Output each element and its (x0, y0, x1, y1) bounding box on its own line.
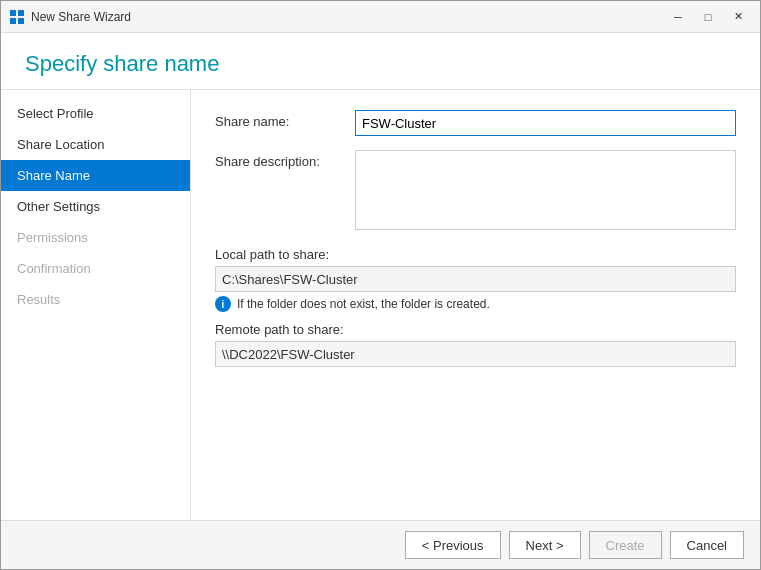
sidebar-item-share-name[interactable]: Share Name (1, 160, 190, 191)
local-path-label: Local path to share: (215, 247, 736, 262)
minimize-button[interactable]: ─ (664, 6, 692, 28)
create-button[interactable]: Create (589, 531, 662, 559)
remote-path-value: \\DC2022\FSW-Cluster (215, 341, 736, 367)
share-name-control (355, 110, 736, 136)
sidebar-label-share-location: Share Location (17, 137, 104, 152)
page-title: Specify share name (25, 51, 736, 77)
sidebar-label-permissions: Permissions (17, 230, 88, 245)
share-name-input[interactable] (355, 110, 736, 136)
svg-rect-2 (10, 18, 16, 24)
form-area: Share name: Share description: Local pat… (191, 90, 760, 520)
sidebar: Select Profile Share Location Share Name… (1, 90, 191, 520)
sidebar-label-share-name: Share Name (17, 168, 90, 183)
close-button[interactable]: ✕ (724, 6, 752, 28)
sidebar-label-select-profile: Select Profile (17, 106, 94, 121)
sidebar-item-permissions: Permissions (1, 222, 190, 253)
sidebar-label-confirmation: Confirmation (17, 261, 91, 276)
svg-rect-0 (10, 10, 16, 16)
info-icon: i (215, 296, 231, 312)
sidebar-item-share-location[interactable]: Share Location (1, 129, 190, 160)
app-icon (9, 9, 25, 25)
sidebar-label-results: Results (17, 292, 60, 307)
svg-rect-3 (18, 18, 24, 24)
share-description-label: Share description: (215, 150, 355, 169)
footer: < Previous Next > Create Cancel (1, 520, 760, 569)
main-layout: Select Profile Share Location Share Name… (1, 90, 760, 520)
sidebar-label-other-settings: Other Settings (17, 199, 100, 214)
remote-path-section: Remote path to share: \\DC2022\FSW-Clust… (215, 322, 736, 367)
cancel-button[interactable]: Cancel (670, 531, 744, 559)
sidebar-item-other-settings[interactable]: Other Settings (1, 191, 190, 222)
wizard-window: New Share Wizard ─ □ ✕ Specify share nam… (0, 0, 761, 570)
local-path-value: C:\Shares\FSW-Cluster (215, 266, 736, 292)
remote-path-label: Remote path to share: (215, 322, 736, 337)
sidebar-item-confirmation: Confirmation (1, 253, 190, 284)
sidebar-item-select-profile[interactable]: Select Profile (1, 98, 190, 129)
title-bar: New Share Wizard ─ □ ✕ (1, 1, 760, 33)
share-description-control (355, 150, 736, 233)
next-button[interactable]: Next > (509, 531, 581, 559)
maximize-button[interactable]: □ (694, 6, 722, 28)
share-name-label: Share name: (215, 110, 355, 129)
window-title: New Share Wizard (31, 10, 664, 24)
sidebar-item-results: Results (1, 284, 190, 315)
share-description-row: Share description: (215, 150, 736, 233)
info-message: If the folder does not exist, the folder… (237, 297, 490, 311)
page-header: Specify share name (1, 33, 760, 90)
previous-button[interactable]: < Previous (405, 531, 501, 559)
window-controls: ─ □ ✕ (664, 6, 752, 28)
share-description-input[interactable] (355, 150, 736, 230)
local-path-section: Local path to share: C:\Shares\FSW-Clust… (215, 247, 736, 292)
info-row: i If the folder does not exist, the fold… (215, 296, 736, 312)
svg-rect-1 (18, 10, 24, 16)
share-name-row: Share name: (215, 110, 736, 136)
